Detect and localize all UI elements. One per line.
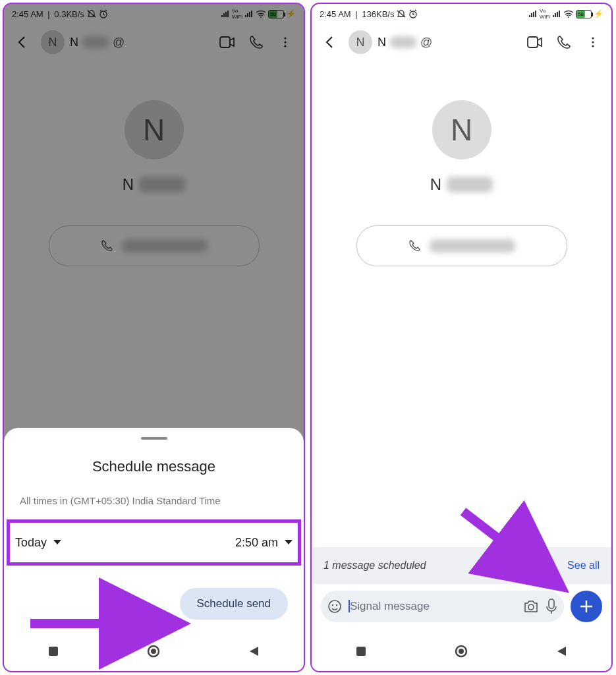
plus-icon [579,599,594,614]
phone-icon [408,239,422,252]
name-prefix: N [378,36,386,49]
status-time: 2:45 AM [320,9,351,19]
sheet-title: Schedule message [20,458,288,475]
add-attachment-button[interactable] [571,591,602,622]
signal-icon [528,10,538,18]
compose-bar: Signal message [312,584,611,631]
svg-point-13 [592,37,594,39]
nav-recents-button[interactable] [355,645,367,657]
schedule-datetime-row: Today 2:50 am [7,519,301,566]
schedule-time-dropdown[interactable]: 2:50 am [235,536,293,550]
microphone-icon[interactable] [546,599,557,614]
name-redacted [390,36,416,48]
svg-point-18 [336,604,337,606]
chevron-down-icon [53,540,61,545]
video-call-button[interactable] [522,29,548,55]
svg-rect-21 [356,647,366,656]
svg-rect-20 [549,599,554,608]
message-input[interactable]: Signal message [321,591,564,622]
camera-icon[interactable] [523,599,539,614]
chevron-down-icon [285,540,293,545]
sheet-timezone-note: All times in (GMT+05:30) India Standard … [20,494,288,508]
contact-info: N N [312,61,611,266]
nav-recents-button[interactable] [47,645,59,657]
more-menu-button[interactable] [580,29,606,55]
schedule-send-button[interactable]: Schedule send [180,588,288,620]
sheet-drag-handle[interactable] [141,437,167,440]
svg-point-8 [151,649,156,654]
chat-header: N N @ [312,24,611,61]
signal-icon-2 [552,10,561,18]
battery-icon: 58 [576,10,592,18]
contact-name: N [430,175,493,194]
chat-title[interactable]: N @ [378,36,517,49]
see-all-link[interactable]: See all [567,560,600,572]
svg-point-23 [459,649,464,654]
status-net: 136KB/s [362,9,394,19]
phone-number-pill[interactable] [356,225,567,266]
back-button[interactable] [317,29,343,55]
avatar-small[interactable]: N [349,30,372,54]
svg-rect-6 [49,647,58,656]
nav-home-button[interactable] [454,644,468,659]
svg-point-17 [332,604,333,606]
svg-point-19 [528,604,534,610]
svg-rect-12 [528,37,538,47]
status-bar: 2:45 AM | 136KB/s VoWiFi 58 ⚡ [312,4,611,24]
wifi-icon [563,10,574,18]
alarm-icon [408,9,418,18]
system-nav-bar [312,631,611,671]
voice-call-button[interactable] [551,29,577,55]
svg-point-11 [568,16,569,18]
mention-icon: @ [420,36,432,49]
phone-right-scheduled-banner: 2:45 AM | 136KB/s VoWiFi 58 ⚡ N N @ [310,3,613,672]
scheduled-messages-banner[interactable]: 1 message scheduled See all [312,547,611,584]
svg-point-14 [592,41,594,43]
nav-back-button[interactable] [248,645,260,657]
bell-off-icon [396,9,406,18]
svg-point-15 [592,45,594,47]
avatar-large[interactable]: N [432,100,491,160]
phone-left-schedule-sheet: 2:45 AM | 0.3KB/s VoWiFi 58 ⚡ N N [3,3,305,672]
scheduled-count-text: 1 message scheduled [323,560,426,572]
schedule-day-dropdown[interactable]: Today [15,536,61,550]
nav-home-button[interactable] [146,644,161,659]
emoji-icon[interactable] [327,599,342,614]
svg-point-16 [329,601,341,612]
nav-back-button[interactable] [556,645,568,657]
schedule-message-sheet: Schedule message All times in (GMT+05:30… [4,428,304,631]
system-nav-bar [4,631,304,671]
message-placeholder: Signal message [349,600,517,613]
